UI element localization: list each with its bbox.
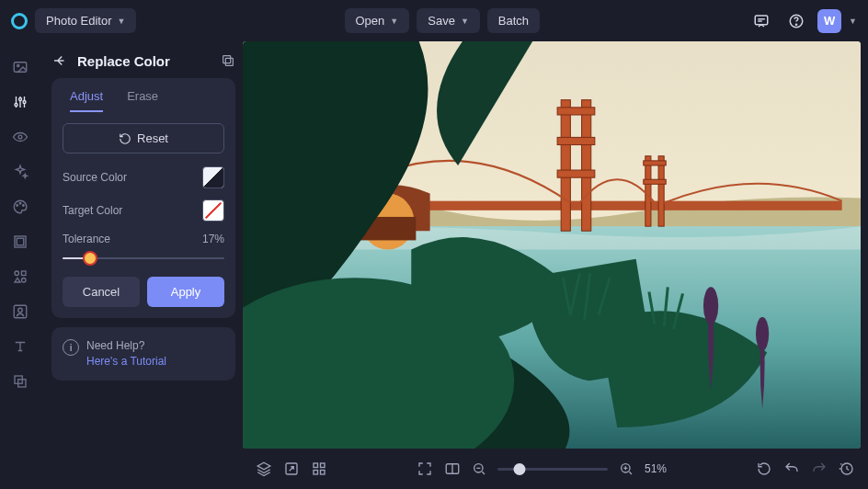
svg-point-39 bbox=[756, 317, 769, 351]
svg-rect-43 bbox=[314, 471, 318, 475]
chevron-down-icon: ▼ bbox=[461, 17, 469, 26]
chevron-down-icon[interactable]: ▼ bbox=[849, 17, 857, 26]
svg-point-5 bbox=[15, 104, 17, 107]
undo-icon[interactable] bbox=[783, 461, 800, 477]
svg-point-2 bbox=[795, 24, 796, 25]
svg-rect-44 bbox=[321, 471, 326, 475]
tolerance-slider[interactable] bbox=[63, 249, 224, 267]
back-arrow-icon[interactable] bbox=[51, 52, 68, 69]
svg-rect-28 bbox=[561, 100, 570, 232]
batch-label: Batch bbox=[498, 14, 529, 28]
svg-point-10 bbox=[19, 203, 21, 205]
svg-rect-35 bbox=[644, 161, 666, 165]
tolerance-label: Tolerance bbox=[63, 233, 110, 245]
fullscreen-icon[interactable] bbox=[417, 461, 433, 477]
top-bar: Photo Editor ▼ Open ▼ Save ▼ Batch W ▼ bbox=[0, 0, 868, 41]
image-canvas[interactable] bbox=[243, 41, 861, 449]
svg-rect-33 bbox=[645, 156, 651, 226]
save-dropdown[interactable]: Save ▼ bbox=[417, 8, 480, 33]
svg-point-6 bbox=[19, 98, 22, 101]
svg-rect-22 bbox=[223, 56, 231, 63]
feedback-icon[interactable] bbox=[748, 7, 775, 35]
rail-elements-icon[interactable] bbox=[11, 267, 29, 286]
rail-eye-icon[interactable] bbox=[11, 128, 29, 146]
help-card: i Need Help? Here's a Tutorial bbox=[51, 327, 235, 381]
svg-rect-29 bbox=[582, 100, 591, 232]
svg-rect-0 bbox=[755, 16, 768, 25]
chevron-down-icon: ▼ bbox=[390, 17, 398, 26]
source-color-label: Source Color bbox=[63, 171, 127, 184]
avatar[interactable]: W bbox=[817, 9, 841, 33]
compare-icon[interactable] bbox=[444, 461, 461, 477]
zoom-out-icon[interactable] bbox=[472, 461, 486, 476]
chevron-down-icon: ▼ bbox=[118, 17, 126, 26]
svg-rect-30 bbox=[557, 108, 595, 115]
svg-rect-21 bbox=[225, 58, 233, 65]
photo-illustration bbox=[243, 41, 861, 449]
export-icon[interactable] bbox=[283, 461, 300, 477]
svg-rect-34 bbox=[658, 156, 664, 226]
tab-erase[interactable]: Erase bbox=[127, 89, 158, 112]
app-menu-label: Photo Editor bbox=[46, 14, 112, 28]
rotate-icon[interactable] bbox=[756, 461, 772, 477]
grid-icon[interactable] bbox=[311, 461, 327, 477]
help-icon[interactable] bbox=[782, 7, 810, 35]
open-label: Open bbox=[356, 14, 385, 28]
svg-point-9 bbox=[17, 205, 18, 207]
svg-rect-13 bbox=[17, 238, 24, 245]
rail-text-icon[interactable] bbox=[11, 337, 29, 356]
rail-overlay-icon[interactable] bbox=[11, 372, 29, 391]
rail-adjust-icon[interactable] bbox=[11, 93, 29, 111]
svg-point-4 bbox=[17, 64, 19, 66]
rail-sparkle-icon[interactable] bbox=[11, 163, 29, 181]
svg-rect-31 bbox=[557, 137, 595, 144]
svg-point-11 bbox=[23, 205, 25, 207]
zoom-value: 51% bbox=[645, 462, 667, 475]
redo-icon[interactable] bbox=[811, 461, 828, 477]
zoom-in-icon[interactable] bbox=[619, 461, 634, 476]
svg-rect-42 bbox=[321, 463, 326, 468]
canvas-footer: 51% bbox=[243, 449, 868, 489]
app-menu-dropdown[interactable]: Photo Editor ▼ bbox=[35, 8, 136, 33]
reset-label: Reset bbox=[137, 131, 168, 145]
rail-image-icon[interactable] bbox=[11, 58, 29, 76]
layers-icon[interactable] bbox=[256, 461, 272, 477]
duplicate-icon[interactable] bbox=[221, 53, 235, 68]
app-logo[interactable] bbox=[11, 13, 28, 29]
svg-rect-15 bbox=[22, 271, 27, 276]
svg-point-7 bbox=[23, 101, 26, 104]
rail-retouch-icon[interactable] bbox=[11, 302, 29, 321]
panel-title: Replace Color bbox=[77, 53, 170, 69]
source-color-swatch[interactable] bbox=[202, 166, 224, 188]
reset-icon bbox=[119, 132, 131, 145]
svg-point-14 bbox=[15, 271, 19, 276]
tool-rail bbox=[0, 41, 40, 489]
history-icon[interactable] bbox=[839, 461, 855, 477]
svg-point-16 bbox=[22, 279, 27, 283]
svg-rect-17 bbox=[14, 305, 27, 318]
save-label: Save bbox=[428, 14, 455, 28]
svg-point-38 bbox=[703, 287, 718, 324]
reset-button[interactable]: Reset bbox=[63, 123, 224, 154]
cancel-button[interactable]: Cancel bbox=[63, 277, 140, 307]
svg-rect-36 bbox=[644, 179, 666, 184]
tutorial-link[interactable]: Here's a Tutorial bbox=[86, 354, 166, 370]
batch-button[interactable]: Batch bbox=[487, 8, 540, 33]
help-heading: Need Help? bbox=[86, 338, 166, 354]
open-dropdown[interactable]: Open ▼ bbox=[345, 8, 410, 33]
svg-point-18 bbox=[18, 308, 23, 313]
tolerance-value: 17% bbox=[202, 233, 224, 245]
info-icon: i bbox=[63, 339, 79, 356]
rail-palette-icon[interactable] bbox=[11, 198, 29, 216]
target-color-swatch[interactable] bbox=[202, 199, 224, 222]
target-color-label: Target Color bbox=[63, 204, 122, 217]
apply-button[interactable]: Apply bbox=[147, 277, 224, 307]
side-panel: Replace Color Adjust Erase Reset Source … bbox=[40, 41, 243, 489]
svg-rect-32 bbox=[557, 170, 595, 177]
zoom-slider[interactable] bbox=[497, 468, 608, 471]
svg-rect-41 bbox=[314, 463, 318, 468]
svg-point-8 bbox=[18, 135, 22, 139]
tab-adjust[interactable]: Adjust bbox=[70, 89, 103, 112]
rail-frame-icon[interactable] bbox=[11, 233, 29, 251]
